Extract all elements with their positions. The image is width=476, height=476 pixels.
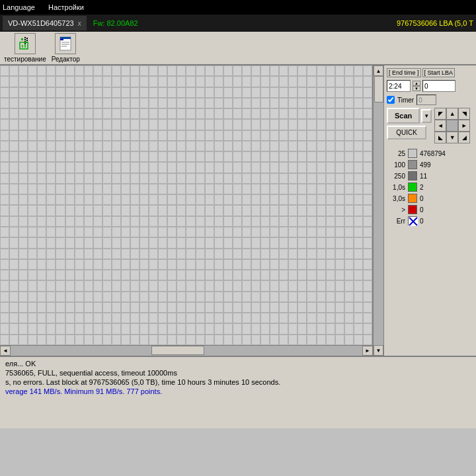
grid-cell bbox=[19, 280, 28, 291]
grid-cell bbox=[260, 173, 270, 184]
scan-button[interactable]: Scan bbox=[387, 108, 420, 124]
grid-cell bbox=[326, 216, 335, 227]
timer-checkbox[interactable] bbox=[387, 96, 395, 104]
grid-cell bbox=[46, 76, 56, 87]
end-time-input[interactable] bbox=[387, 80, 411, 92]
vscroll-thumb[interactable] bbox=[374, 76, 383, 102]
grid-cell bbox=[167, 270, 177, 280]
editor-button[interactable]: Редактор bbox=[52, 33, 80, 63]
grid-cell bbox=[233, 216, 242, 227]
grid-cell bbox=[46, 173, 56, 184]
arrow-upright[interactable]: ◥ bbox=[458, 108, 470, 120]
grid-cell bbox=[242, 249, 251, 259]
grid-cell bbox=[84, 76, 93, 87]
grid-cell bbox=[307, 302, 316, 313]
scan-dropdown-button[interactable]: ▼ bbox=[421, 109, 432, 123]
grid-cell bbox=[251, 130, 260, 141]
grid-cell bbox=[233, 323, 242, 334]
grid-cell bbox=[363, 65, 372, 76]
menu-language[interactable]: Language bbox=[3, 3, 35, 11]
horizontal-scrollbar[interactable]: ◄ ► bbox=[0, 345, 373, 356]
arrow-downleft[interactable]: ◣ bbox=[434, 132, 446, 143]
grid-cell bbox=[9, 313, 19, 323]
grid-cell bbox=[0, 237, 9, 248]
grid-cell bbox=[354, 323, 363, 334]
grid-cell bbox=[344, 302, 354, 313]
legend-label: Err bbox=[387, 218, 405, 225]
grid-cell bbox=[279, 76, 288, 87]
grid-cell bbox=[288, 302, 298, 313]
grid-cell bbox=[28, 162, 37, 173]
hscroll-left-button[interactable]: ◄ bbox=[0, 346, 11, 356]
grid-cell bbox=[84, 108, 93, 119]
grid-cell bbox=[307, 292, 316, 302]
grid-cell bbox=[270, 151, 279, 162]
grid-cell bbox=[251, 141, 260, 151]
grid-cell bbox=[37, 335, 46, 345]
grid-cell bbox=[19, 87, 28, 98]
grid-cell bbox=[177, 249, 186, 259]
grid-cell bbox=[288, 65, 298, 76]
grid-cell bbox=[177, 65, 186, 76]
grid-cell bbox=[158, 216, 167, 227]
vscroll-down-button[interactable]: ▼ bbox=[374, 345, 383, 356]
grid-cell bbox=[158, 184, 167, 194]
grid-cell bbox=[46, 162, 56, 173]
grid-cell bbox=[317, 119, 326, 130]
grid-cell bbox=[233, 162, 242, 173]
time-up-button[interactable]: ▲ bbox=[413, 81, 420, 86]
grid-cell bbox=[307, 151, 316, 162]
grid-cell bbox=[242, 173, 251, 184]
vscroll-track[interactable] bbox=[374, 76, 383, 345]
hscroll-thumb[interactable] bbox=[151, 346, 204, 355]
grid-cell bbox=[205, 65, 214, 76]
vertical-scrollbar[interactable]: ▲ ▼ bbox=[373, 65, 383, 356]
grid-cell bbox=[121, 270, 130, 280]
grid-cell bbox=[298, 130, 307, 141]
vscroll-up-button[interactable]: ▲ bbox=[374, 65, 383, 76]
grid-cell bbox=[298, 249, 307, 259]
grid-cell bbox=[130, 76, 139, 87]
arrow-left[interactable]: ◄ bbox=[434, 120, 446, 132]
grid-cell bbox=[28, 313, 37, 323]
grid-cell bbox=[46, 237, 56, 248]
grid-cell bbox=[84, 259, 93, 270]
arrow-up[interactable]: ▲ bbox=[446, 108, 458, 120]
quick-button[interactable]: QUICK bbox=[387, 126, 426, 139]
grid-cell bbox=[335, 151, 344, 162]
grid-cell bbox=[279, 130, 288, 141]
grid-cell bbox=[214, 108, 223, 119]
timer-input[interactable] bbox=[416, 95, 436, 105]
grid-cell bbox=[149, 184, 158, 194]
grid-cell bbox=[326, 76, 335, 87]
grid-cell bbox=[233, 205, 242, 216]
grid-cell bbox=[177, 130, 186, 141]
hscroll-right-button[interactable]: ► bbox=[362, 346, 373, 356]
arrow-right[interactable]: ► bbox=[458, 120, 470, 132]
hscroll-track[interactable] bbox=[11, 346, 362, 356]
grid-cell bbox=[242, 302, 251, 313]
grid-cell bbox=[84, 323, 93, 334]
time-down-button[interactable]: ▼ bbox=[413, 86, 420, 91]
menu-settings[interactable]: Настройки bbox=[48, 3, 84, 11]
start-lba-input[interactable] bbox=[422, 80, 456, 92]
grid-cell bbox=[121, 280, 130, 291]
grid-cell bbox=[298, 270, 307, 280]
legend-row: 3,0s0 bbox=[387, 194, 473, 203]
close-drive-button[interactable]: x bbox=[78, 20, 81, 27]
grid-cell bbox=[205, 249, 214, 259]
grid-cell bbox=[344, 216, 354, 227]
grid-cell bbox=[37, 76, 46, 87]
grid-cell bbox=[167, 280, 177, 291]
grid-cell bbox=[177, 259, 186, 270]
test-button[interactable]: тестирование bbox=[4, 33, 46, 63]
arrow-downright[interactable]: ◢ bbox=[458, 132, 470, 143]
arrow-down[interactable]: ▼ bbox=[446, 132, 458, 143]
drive-tab[interactable]: VD-WX51D6405723 x bbox=[3, 16, 87, 30]
grid-cell bbox=[46, 259, 56, 270]
arrow-upleft[interactable]: ◤ bbox=[434, 108, 446, 120]
grid-cell bbox=[307, 162, 316, 173]
grid-cell bbox=[93, 119, 102, 130]
grid-cell bbox=[196, 162, 205, 173]
grid-cell bbox=[102, 259, 112, 270]
